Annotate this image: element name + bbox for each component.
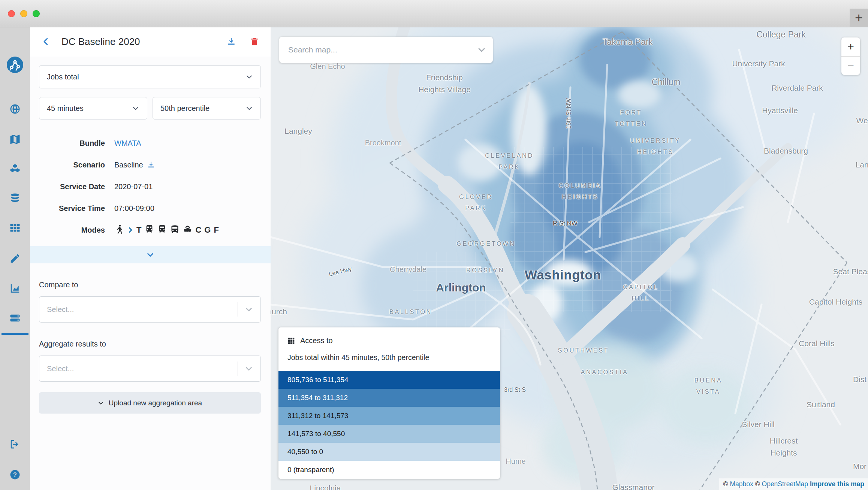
- map-label: College Park: [756, 30, 806, 40]
- detail-row: ModesTCGF: [39, 219, 261, 241]
- map-label: Langley: [284, 127, 312, 136]
- map-label: CLEVELAND: [485, 152, 534, 159]
- map-label: GEORGETOWN: [456, 240, 516, 247]
- sidebar-item-pencil-icon[interactable]: [6, 249, 24, 267]
- map-label: We: [856, 116, 868, 125]
- map-label: UNIVERSITY: [630, 137, 681, 144]
- chevron-down-icon: [245, 105, 253, 112]
- legend-row: 311,312 to 141,573: [278, 407, 500, 425]
- sidebar: ?: [0, 27, 30, 490]
- map-label: Silver Hill: [742, 420, 775, 429]
- detail-label: Service Time: [39, 204, 105, 213]
- detail-label: Service Date: [39, 182, 105, 191]
- walk-icon: [114, 224, 124, 236]
- aggregate-select[interactable]: Select...: [39, 356, 261, 382]
- map-label: 16th St NW: [566, 98, 572, 129]
- back-button[interactable]: [41, 37, 51, 46]
- detail-value: 2020-07-01: [114, 182, 153, 191]
- map-label: Hume: [506, 457, 525, 466]
- detail-row: ScenarioBaseline: [39, 154, 261, 176]
- percentile-select[interactable]: 50th percentile: [153, 97, 261, 120]
- new-tab-button[interactable]: +: [850, 9, 868, 27]
- details-list: BundleWMATAScenarioBaselineService Date2…: [39, 132, 261, 241]
- trash-icon[interactable]: [250, 37, 259, 46]
- legend-row: 511,354 to 311,312: [278, 389, 500, 407]
- expand-settings-button[interactable]: [30, 246, 271, 263]
- map-label: Washington: [525, 267, 601, 282]
- compare-select[interactable]: Select...: [39, 296, 261, 323]
- zoom-out-button[interactable]: −: [841, 56, 860, 75]
- mapbox-link[interactable]: Mapbox: [730, 480, 753, 488]
- map-label: ROSSLYN: [466, 267, 504, 274]
- map-label: COLUMBIA: [559, 182, 602, 189]
- compare-label: Compare to: [39, 281, 261, 289]
- sidebar-item-conveyal-logo-icon[interactable]: [6, 56, 24, 74]
- map-label: Hyattsville: [762, 106, 798, 115]
- grid-select[interactable]: Jobs total: [39, 65, 261, 88]
- map-label: Dist: [853, 375, 867, 384]
- map-label: R St NW: [553, 220, 578, 227]
- percentile-select-value: 50th percentile: [160, 104, 210, 113]
- download-scenario-icon[interactable]: [147, 161, 155, 169]
- detail-value: WMATA: [114, 139, 141, 148]
- bundle-link[interactable]: WMATA: [114, 139, 141, 148]
- tram-icon: [157, 224, 167, 236]
- map-label: Mor: [853, 462, 867, 471]
- upload-aggregation-button[interactable]: Upload new aggregation area: [39, 392, 261, 414]
- map-label: Lee Hwy: [328, 266, 353, 278]
- traffic-lights: [8, 10, 40, 17]
- sidebar-item-server-icon[interactable]: [6, 309, 24, 327]
- sidebar-item-chart-area-icon[interactable]: [6, 279, 24, 297]
- osm-link[interactable]: OpenStreetMap: [762, 480, 808, 488]
- map-label: BUENA: [694, 377, 722, 384]
- search-input[interactable]: [288, 45, 465, 54]
- map-label: FORT: [620, 109, 642, 116]
- detail-label: Scenario: [39, 161, 105, 169]
- sidebar-item-database-icon[interactable]: [6, 189, 24, 207]
- map-label: Riverdale Park: [771, 84, 823, 93]
- map-label: Hillcrest: [770, 436, 798, 445]
- detail-row: Service Time07:00-09:00: [39, 197, 261, 219]
- grid-select-value: Jobs total: [47, 73, 79, 81]
- chevron-right-icon: [127, 227, 134, 233]
- map-label: Suitland: [807, 400, 835, 409]
- chevron-down-icon: [98, 400, 104, 406]
- panel-header: DC Baseline 2020: [30, 27, 271, 56]
- map-canvas[interactable]: Glen EchoFriendshipHeights VillageLangle…: [271, 27, 868, 490]
- detail-row: Service Date2020-07-01: [39, 176, 261, 197]
- cutoff-select[interactable]: 45 minutes: [39, 97, 147, 120]
- sidebar-item-blocks-icon[interactable]: [6, 160, 24, 178]
- legend-row: 0 (transparent): [278, 461, 500, 479]
- map-label: Seat Pleasant: [833, 267, 868, 276]
- legend-row: 40,550 to 0: [278, 443, 500, 461]
- map-label: 3rd St S: [504, 387, 526, 393]
- map-label: Chillum: [652, 77, 681, 87]
- detail-value: 07:00-09:00: [114, 204, 154, 213]
- page-title: DC Baseline 2020: [61, 36, 140, 48]
- download-icon[interactable]: [226, 37, 236, 46]
- sidebar-item-sign-out-icon[interactable]: [6, 435, 24, 453]
- legend-subtitle: Jobs total within 45 minutes, 50th perce…: [287, 353, 491, 362]
- map-label: Coral Hills: [799, 339, 835, 348]
- close-window-button[interactable]: [8, 10, 15, 17]
- grid-icon: [287, 337, 295, 345]
- minimize-window-button[interactable]: [20, 10, 27, 17]
- map-label: CAPITOL: [623, 284, 659, 291]
- map-label: PARK: [465, 205, 487, 212]
- legend-row: 141,573 to 40,550: [278, 425, 500, 443]
- sidebar-item-map-icon[interactable]: [6, 130, 24, 148]
- map-label: GLOVER: [459, 193, 493, 200]
- detail-label: Bundle: [39, 139, 105, 148]
- sidebar-item-globe-icon[interactable]: [6, 100, 24, 118]
- map-label: Heights: [770, 448, 797, 457]
- improve-map-link[interactable]: Improve this map: [810, 480, 864, 488]
- zoom-window-button[interactable]: [33, 10, 40, 17]
- map-label: Takoma Park: [603, 37, 653, 47]
- sidebar-item-help-icon[interactable]: ?: [6, 466, 24, 484]
- zoom-in-button[interactable]: +: [841, 37, 860, 56]
- map-label: BALLSTON: [389, 308, 432, 315]
- map-label: Brookmont: [365, 139, 401, 147]
- sidebar-item-grid-icon[interactable]: [6, 219, 24, 237]
- chevron-down-icon[interactable]: [477, 45, 486, 54]
- train-icon: [144, 224, 154, 236]
